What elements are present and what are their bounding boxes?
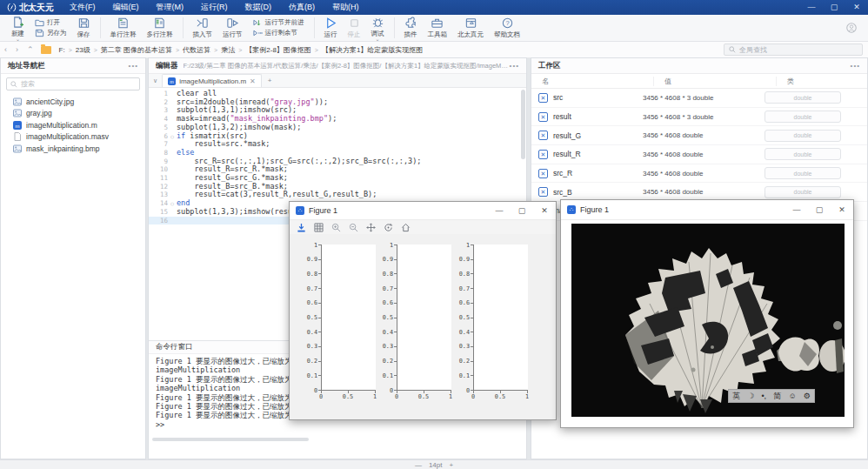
- close-icon[interactable]: ✕: [250, 77, 256, 85]
- figure-window-image[interactable]: ∴ Figure 1 — ▢ ✕: [560, 199, 854, 428]
- forward-arrow-icon[interactable]: ›: [11, 45, 23, 54]
- workspace-row[interactable]: ✕ src_R 3456 * 4608 double double: [531, 164, 867, 184]
- multi-line-comment-button[interactable]: 多行注释: [142, 16, 178, 40]
- console-prompt[interactable]: >>: [156, 420, 519, 429]
- breadcrumb-segment[interactable]: 【案例2-8】图像抠图: [243, 45, 314, 55]
- minimize-button[interactable]: —: [488, 202, 511, 219]
- breadcrumb-segment[interactable]: 23级: [73, 45, 93, 55]
- more-options-icon[interactable]: •••: [510, 62, 519, 70]
- rotate-icon[interactable]: [384, 223, 393, 232]
- save-button[interactable]: 保存: [72, 16, 96, 40]
- file-item[interactable]: ancientCity.jpg: [1, 96, 145, 108]
- workspace-row[interactable]: ✕ result 3456 * 4608 * 3 double double: [531, 108, 867, 127]
- breadcrumb-segment[interactable]: 乘法: [218, 45, 237, 55]
- close-button[interactable]: ✕: [831, 201, 853, 218]
- breadcrumb-segment[interactable]: 代数运算: [180, 45, 213, 55]
- folder-icon[interactable]: [41, 46, 51, 54]
- toolbox-button[interactable]: 工具箱: [423, 16, 453, 40]
- debug-button[interactable]: 调试 ⌄: [366, 15, 390, 42]
- variable-class-badge[interactable]: double: [765, 130, 841, 142]
- code-line[interactable]: 7 result=src.*mask;: [149, 140, 526, 149]
- ime-item[interactable]: 英: [732, 391, 740, 402]
- global-search-input[interactable]: 全局查找: [724, 44, 863, 56]
- save-as-button[interactable]: 另存为: [33, 29, 69, 37]
- breadcrumb-segment[interactable]: 第二章 图像的基本运算: [98, 45, 175, 55]
- home-icon[interactable]: [401, 223, 411, 232]
- fold-marker-icon[interactable]: ○: [168, 199, 177, 208]
- new-tab-button[interactable]: +: [262, 77, 278, 84]
- figure-canvas[interactable]: 10.90.80.70.60.50.40.30.20.1000.5110.90.…: [290, 233, 556, 419]
- breadcrumb-segment[interactable]: F:: [57, 46, 68, 54]
- figure-title-bar[interactable]: ∴ Figure 1 — ▢ ✕: [561, 200, 853, 220]
- ime-item[interactable]: 简: [773, 391, 781, 402]
- menu-item[interactable]: 编辑(E): [104, 0, 148, 15]
- file-item[interactable]: mask_inkpainting.bmp: [1, 143, 145, 155]
- menu-item[interactable]: 文件(F): [61, 0, 104, 15]
- variable-class-badge[interactable]: double: [765, 91, 841, 104]
- breadcrumb-segment[interactable]: 【解决方案1】给定蒙版实现抠图: [319, 45, 425, 55]
- ime-item[interactable]: ☺: [788, 392, 796, 400]
- beitai-zhenyuan-button[interactable]: 北太真元: [452, 16, 489, 40]
- ime-item[interactable]: •,: [761, 392, 766, 400]
- figure-image-canvas[interactable]: 英☽•,简☺⚙: [571, 224, 845, 417]
- run-remaining-button[interactable]: 运行剩余节: [251, 29, 306, 37]
- account-icon[interactable]: [845, 22, 858, 34]
- close-button[interactable]: ✕: [845, 0, 868, 15]
- figure-title-bar[interactable]: ∴ Figure 1 — ▢ ✕: [290, 202, 556, 220]
- file-item[interactable]: gray.jpg: [1, 108, 145, 120]
- zoom-in-icon[interactable]: [331, 223, 341, 232]
- run-section-advance-button[interactable]: 运行节并前进: [251, 18, 306, 27]
- column-header-class[interactable]: 类: [776, 77, 867, 86]
- minimize-button[interactable]: —: [785, 201, 808, 218]
- chevron-down-icon[interactable]: ∨: [149, 77, 162, 84]
- workspace-row[interactable]: ✕ result_R 3456 * 4608 double double: [531, 145, 867, 164]
- column-header-name[interactable]: 名: [531, 77, 653, 86]
- menu-item[interactable]: 仿真(B): [280, 0, 324, 15]
- sidebar-search-input[interactable]: 搜索: [6, 77, 140, 90]
- font-increase-button[interactable]: +: [449, 461, 453, 469]
- insert-section-button[interactable]: 插入节: [188, 16, 218, 40]
- grid-icon[interactable]: [314, 223, 324, 232]
- menu-item[interactable]: 运行(R): [192, 0, 237, 15]
- pan-icon[interactable]: [366, 223, 376, 232]
- font-decrease-button[interactable]: —: [415, 461, 422, 469]
- minimize-button[interactable]: —: [800, 0, 823, 15]
- ime-item[interactable]: ⚙: [804, 392, 811, 400]
- more-options-icon[interactable]: •••: [851, 62, 860, 70]
- column-header-value[interactable]: 值: [653, 77, 776, 86]
- single-line-comment-button[interactable]: 单行注释: [105, 16, 142, 40]
- menu-item[interactable]: 管理(M): [148, 0, 193, 15]
- maximize-button[interactable]: ▢: [808, 201, 831, 218]
- menu-item[interactable]: 帮助(H): [324, 0, 368, 15]
- variable-class-badge[interactable]: double: [765, 111, 841, 123]
- help-docs-button[interactable]: ? 帮助文档: [489, 16, 525, 40]
- up-arrow-icon[interactable]: ⌃: [23, 45, 38, 54]
- fold-marker-icon[interactable]: ○: [168, 132, 177, 141]
- stop-button[interactable]: 停止: [343, 16, 366, 40]
- tab-imageMultiplication[interactable]: m imageMultiplication.m ✕: [162, 74, 262, 87]
- variable-class-badge[interactable]: double: [765, 167, 841, 179]
- maximize-button[interactable]: ▢: [823, 0, 845, 15]
- open-button[interactable]: 打开: [33, 18, 69, 27]
- new-button[interactable]: 新建 ⌄: [6, 15, 30, 42]
- ime-language-bar[interactable]: 英☽•,简☺⚙: [728, 389, 815, 403]
- run-button[interactable]: 运行: [319, 16, 343, 40]
- variable-class-badge[interactable]: double: [765, 186, 841, 198]
- variable-class-badge[interactable]: double: [765, 148, 841, 160]
- zoom-out-icon[interactable]: [349, 223, 358, 232]
- figure-window-plots[interactable]: ∴ Figure 1 — ▢ ✕ 10.90.80.70.60.50.40.30…: [289, 201, 557, 420]
- code-line[interactable]: 13 result=cat(3,result_R,result_G,result…: [149, 191, 526, 199]
- close-button[interactable]: ✕: [533, 202, 556, 219]
- workspace-row[interactable]: ✕ result_G 3456 * 4608 double double: [531, 126, 867, 145]
- editor-scrollbar[interactable]: [521, 90, 525, 159]
- file-item[interactable]: mimageMultiplication.m: [1, 119, 145, 131]
- workspace-row[interactable]: ✕ src 3456 * 4608 * 3 double double: [531, 89, 867, 108]
- export-icon[interactable]: [297, 223, 306, 232]
- plugin-button[interactable]: 插件: [399, 16, 423, 40]
- ime-item[interactable]: ☽: [747, 392, 754, 400]
- file-item[interactable]: imageMultiplication.masv: [1, 131, 145, 144]
- back-arrow-icon[interactable]: ‹: [0, 45, 11, 54]
- run-section-button[interactable]: 运行节: [217, 16, 248, 40]
- console-hscrollbar[interactable]: [152, 438, 309, 441]
- menu-item[interactable]: 数据(D): [237, 0, 281, 15]
